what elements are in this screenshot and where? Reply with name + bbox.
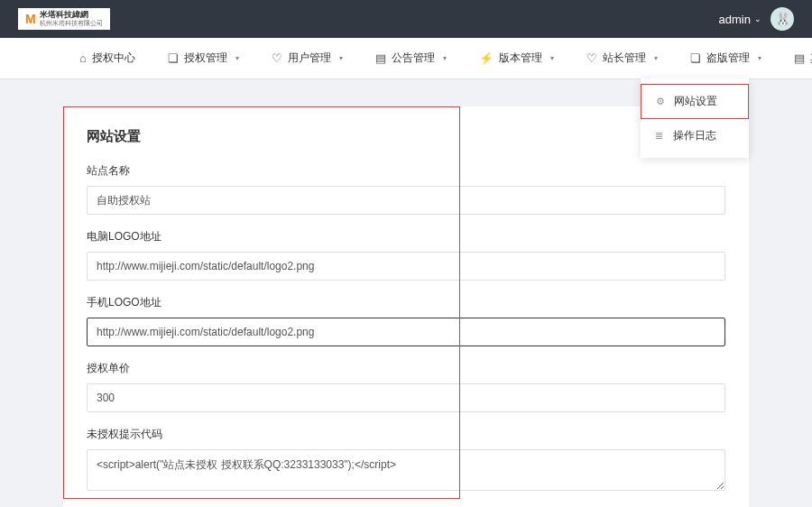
dropdown-website-settings[interactable]: ⚙ 网站设置 <box>641 84 749 119</box>
chevron-down-icon: ▾ <box>235 54 239 62</box>
unauth-label: 未授权提示代码 <box>87 427 725 442</box>
nav-other-settings[interactable]: ▤ 其它设置 ▴ <box>778 38 812 78</box>
username-label: admin <box>719 13 751 26</box>
nav-label: 版本管理 <box>499 51 542 66</box>
form-group-site-name: 站点名称 <box>87 163 725 215</box>
nav-label: 盗版管理 <box>706 51 750 66</box>
nav-label: 授权管理 <box>184 51 227 66</box>
gear-icon: ⚙ <box>656 96 665 107</box>
dropdown-operation-log[interactable]: ≣ 操作日志 <box>641 119 749 152</box>
site-name-label: 站点名称 <box>87 163 725 179</box>
navbar: ⌂ 授权中心 ❏ 授权管理 ▾ ♡ 用户管理 ▾ ▤ 公告管理 ▾ ⚡ 版本管理… <box>0 38 812 79</box>
price-label: 授权单价 <box>87 361 725 376</box>
nav-webmaster-manage[interactable]: ♡ 站长管理 ▾ <box>570 38 674 78</box>
topbar: M 米塔科技緯網 杭州米塔科技有限公司 admin ⌄ 🐰 <box>0 0 812 38</box>
page-title: 网站设置 <box>87 128 725 145</box>
nav-auth-center[interactable]: ⌂ 授权中心 <box>63 38 152 78</box>
layers-icon: ❏ <box>168 51 179 65</box>
pc-logo-label: 电脑LOGO地址 <box>87 229 725 244</box>
nav-label: 公告管理 <box>392 51 435 66</box>
nav-label: 授权中心 <box>92 51 135 66</box>
bolt-icon: ⚡ <box>479 51 494 65</box>
pc-logo-input[interactable] <box>87 252 725 281</box>
nav-version-manage[interactable]: ⚡ 版本管理 ▾ <box>463 38 570 78</box>
chevron-down-icon: ▾ <box>339 54 343 62</box>
dropdown-menu: ⚙ 网站设置 ≣ 操作日志 <box>641 78 749 158</box>
nav-label: 用户管理 <box>288 51 331 66</box>
document-icon: ▤ <box>375 51 386 65</box>
nav-label: 站长管理 <box>603 51 646 66</box>
chevron-down-icon: ▾ <box>550 54 554 62</box>
dropdown-label: 操作日志 <box>673 128 716 143</box>
home-icon: ⌂ <box>79 51 87 65</box>
layers-icon: ❏ <box>690 51 701 65</box>
form-group-price: 授权单价 <box>87 361 725 412</box>
form-group-pc-logo: 电脑LOGO地址 <box>87 229 725 281</box>
logo[interactable]: M 米塔科技緯網 杭州米塔科技有限公司 <box>18 8 110 30</box>
site-name-input[interactable] <box>87 186 725 215</box>
user-dropdown[interactable]: admin ⌄ <box>719 13 761 26</box>
nav-auth-manage[interactable]: ❏ 授权管理 ▾ <box>152 38 255 78</box>
heart-icon: ♡ <box>586 51 597 65</box>
logo-icon: M <box>25 12 36 26</box>
document-icon: ▤ <box>794 51 805 65</box>
avatar[interactable]: 🐰 <box>770 7 794 31</box>
settings-card: 网站设置 站点名称 电脑LOGO地址 手机LOGO地址 授权单价 未授权提示代码… <box>63 106 749 507</box>
nav-piracy-manage[interactable]: ❏ 盗版管理 ▾ <box>674 38 778 78</box>
nav-notice-manage[interactable]: ▤ 公告管理 ▾ <box>359 38 463 78</box>
dropdown-label: 网站设置 <box>674 94 717 109</box>
chevron-down-icon: ▾ <box>654 54 658 62</box>
chevron-down-icon: ▾ <box>758 54 761 62</box>
nav-user-manage[interactable]: ♡ 用户管理 ▾ <box>255 38 359 78</box>
logo-text: 米塔科技緯網 杭州米塔科技有限公司 <box>40 11 103 27</box>
heart-icon: ♡ <box>272 51 282 65</box>
mobile-logo-label: 手机LOGO地址 <box>87 295 725 310</box>
unauth-textarea[interactable] <box>87 449 725 491</box>
chevron-down-icon: ⌄ <box>754 14 761 23</box>
mobile-logo-input[interactable] <box>87 318 725 346</box>
chevron-down-icon: ▾ <box>443 54 447 62</box>
user-area: admin ⌄ 🐰 <box>719 7 794 31</box>
form-group-mobile-logo: 手机LOGO地址 <box>87 295 725 346</box>
log-icon: ≣ <box>655 130 664 142</box>
price-input[interactable] <box>87 383 725 412</box>
form-group-unauth: 未授权提示代码 <box>87 427 725 493</box>
